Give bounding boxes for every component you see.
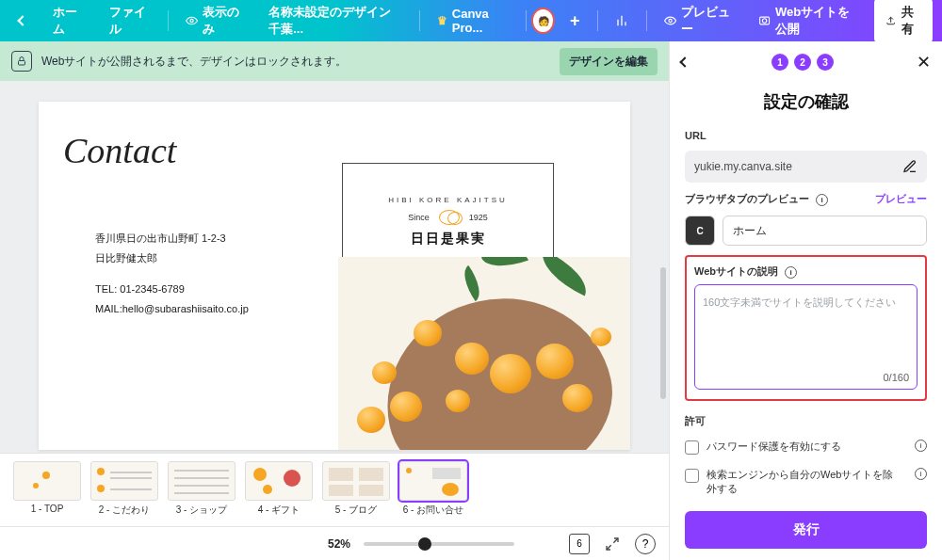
tab-preview-link[interactable]: プレビュー [875,192,927,206]
bar-chart-icon [614,13,629,28]
brand-logo-row: Since 1925 [408,210,488,225]
description-label: Webサイトの説明 i [694,264,918,279]
help-button[interactable]: ? [635,534,656,554]
url-label: URL [685,130,927,141]
upload-icon [885,14,896,27]
description-counter: 0/160 [883,372,909,383]
separator [419,10,420,31]
description-placeholder: 160文字未満でサイトを説明してください [703,296,896,308]
tab-title-input[interactable] [723,216,927,246]
exclude-search-row[interactable]: 検索エンジンから自分のWebサイトを除外する i [685,466,927,498]
svg-line-9 [613,538,618,543]
description-highlight: Webサイトの説明 i 160文字未満でサイトを説明してください 0/160 [685,255,927,401]
edit-design-button[interactable]: デザインを編集 [560,48,658,75]
thumb-6[interactable]: 6 - お問い合せ [399,461,467,517]
preview-button[interactable]: プレビュー [655,0,741,43]
checkbox[interactable] [685,440,699,455]
url-row: yukie.my.canva.site [685,151,927,183]
info-icon[interactable]: i [915,440,927,452]
share-button[interactable]: 共有 [874,0,933,44]
globe-icon [758,13,771,28]
lock-message: Webサイトが公開されるまで、デザインはロックされます。 [41,54,550,70]
preview-label: プレビュー [681,4,731,38]
separator [168,10,169,31]
add-collaborator[interactable]: + [560,6,590,37]
thumb-2[interactable]: 2 - こだわり [90,461,158,517]
password-protect-row[interactable]: パスワード保護を有効にする i [685,438,927,456]
thumb-label: 3 - ショップ [176,504,227,517]
info-icon[interactable]: i [785,266,797,279]
address-name: 日比野健太郎 [95,248,249,268]
thumb-1[interactable]: 1 - TOP [13,461,81,514]
editor-area: Webサイトが公開されるまで、デザインはロックされます。 デザインを編集 Con… [0,41,669,560]
zoom-percentage[interactable]: 52% [328,537,350,551]
tab-preview-label: ブラウザタブのプレビュー i [685,192,828,206]
share-label: 共有 [901,4,921,38]
panel-title: 設定の確認 [670,83,942,130]
thumb-5[interactable]: 5 - ブログ [322,461,390,517]
url-value: yukie.my.canva.site [694,160,895,173]
chevron-left-icon [17,15,27,25]
thumb-label: 6 - お問い合せ [403,504,463,517]
checkbox[interactable] [685,469,699,483]
app-header: ホーム ファイル 表示のみ 名称未設定のデザイン 千葉... ♛ Canva P… [0,0,942,41]
thumb-4[interactable]: 4 - ギフト [245,461,313,517]
edit-url-icon[interactable] [902,159,918,174]
separator [526,10,527,31]
publish-website-button[interactable]: Webサイトを公開 [749,0,867,43]
canvas[interactable]: Contact 香川県日の出市山野町 1-2-3 日比野健太郎 TEL: 01-… [0,81,669,453]
home-button[interactable]: ホーム [43,0,92,43]
separator [646,10,647,31]
contact-mail: MAIL:hello@subarashiisaito.co.jp [95,299,249,319]
thumb-label: 2 - こだわり [99,504,150,517]
svg-line-10 [607,545,611,550]
description-textarea[interactable]: 160文字未満でサイトを説明してください 0/160 [694,284,918,390]
hero-photo [338,257,630,450]
panel-back-button[interactable] [679,56,690,67]
brand-name: 日日是果実 [411,231,486,248]
zoom-slider-knob[interactable] [418,537,431,551]
contact-tel: TEL: 01-2345-6789 [95,280,249,299]
brand-year: 1925 [469,213,488,222]
page-count-button[interactable]: 6 [569,534,590,554]
publish-panel: 1 2 3 ✕ 設定の確認 URL yukie.my.canva.site ブラ… [669,41,942,560]
step-1[interactable]: 1 [771,54,788,71]
fullscreen-button[interactable] [603,535,622,553]
checkbox-label: パスワード保護を有効にする [706,440,903,454]
vertical-scrollbar[interactable] [660,267,666,399]
design-page[interactable]: Contact 香川県日の出市山野町 1-2-3 日比野健太郎 TEL: 01-… [39,102,630,450]
step-indicator: 1 2 3 [698,54,907,71]
step-2[interactable]: 2 [794,54,811,71]
canva-pro-label: Canva Pro... [452,7,509,35]
panel-header: 1 2 3 ✕ [670,41,942,83]
checkbox-label: 検索エンジンから自分のWebサイトを除外する [706,468,903,496]
crown-icon: ♛ [437,14,447,27]
file-menu[interactable]: ファイル [100,0,159,43]
page-thumbnails: 1 - TOP 2 - こだわり 3 - ショップ 4 - ギフト 5 - ブロ… [0,453,669,526]
back-button[interactable] [9,11,36,30]
step-3[interactable]: 3 [817,54,834,71]
contact-info: 香川県日の出市山野町 1-2-3 日比野健太郎 TEL: 01-2345-678… [95,229,249,319]
address-line: 香川県日の出市山野町 1-2-3 [95,229,249,248]
design-title[interactable]: 名称未設定のデザイン 千葉... [259,0,412,43]
eye-icon [186,13,198,28]
peach-icon [439,210,460,225]
brand-since: Since [408,213,430,222]
user-avatar[interactable]: 🧑 [533,9,553,32]
info-icon[interactable]: i [816,194,828,206]
zoom-slider[interactable] [364,542,514,546]
contact-heading: Contact [63,130,176,171]
canva-pro-button[interactable]: ♛ Canva Pro... [428,1,518,40]
lock-banner: Webサイトが公開されるまで、デザインはロックされます。 デザインを編集 [0,41,669,81]
thumb-3[interactable]: 3 - ショップ [168,461,236,517]
favicon-preview[interactable]: C [685,216,715,246]
panel-close-button[interactable]: ✕ [917,52,931,72]
thumb-label: 5 - ブログ [335,504,377,517]
publish-button[interactable]: 発行 [685,511,927,549]
zoom-bar: 52% 6 ? [0,526,669,560]
separator [597,10,598,31]
analytics-button[interactable] [605,8,639,34]
info-icon[interactable]: i [915,468,927,480]
thumb-label: 4 - ギフト [258,504,300,517]
view-mode[interactable]: 表示のみ [176,0,252,43]
